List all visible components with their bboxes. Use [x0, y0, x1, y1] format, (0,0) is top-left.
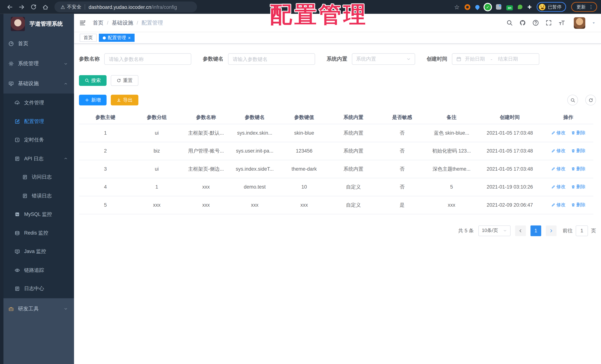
sidebar-item[interactable]: 配置管理: [0, 112, 74, 131]
address-bar[interactable]: ⚠ 不安全 dashboard.yudao.iocoder.cn/infra/c…: [54, 1, 197, 12]
search-icon[interactable]: [506, 20, 513, 26]
delete-link[interactable]: 删除: [571, 202, 585, 208]
sidebar-item[interactable]: Java 监控: [0, 242, 74, 261]
param-name-input[interactable]: [104, 53, 191, 65]
sidebar-item[interactable]: 错误日志: [0, 187, 74, 205]
column-header: 备注: [427, 111, 476, 124]
add-button[interactable]: 新增: [79, 95, 107, 105]
paused-badge[interactable]: 已暂停: [537, 2, 566, 12]
table-cell: 2021-02-09 20:06:47: [476, 196, 543, 214]
table-cell: 123456: [279, 142, 329, 160]
page-number-button[interactable]: 1: [531, 225, 541, 236]
browser-reload-button[interactable]: [30, 4, 37, 10]
column-header: 创建时间: [476, 111, 543, 124]
collapse-sidebar-icon[interactable]: [80, 20, 86, 26]
config-table: 参数主键参数分组参数名称参数键名参数键值系统内置是否敏感备注创建时间操作 1ui…: [79, 111, 593, 214]
pencil-icon: [551, 203, 555, 207]
edit-link[interactable]: 修改: [551, 202, 566, 208]
extension-sprout-icon[interactable]: [518, 5, 522, 9]
gear-icon: [9, 61, 14, 66]
sidebar-menu: 首页系统管理基础设施文件管理配置管理定时任务API 日志访问日志错误日志MySQ…: [0, 34, 74, 298]
delete-link[interactable]: 删除: [571, 166, 585, 172]
delete-link[interactable]: 删除: [571, 130, 585, 136]
goto-page-input[interactable]: 1: [576, 225, 588, 236]
sidebar-item[interactable]: 基础设施: [0, 74, 74, 94]
sidebar-item[interactable]: 研发工具: [0, 298, 74, 320]
goto-label: 前往: [563, 227, 572, 234]
extension-grid-icon[interactable]: [496, 4, 501, 10]
edit-link[interactable]: 修改: [551, 166, 566, 172]
sidebar-item[interactable]: 首页: [0, 34, 74, 54]
table-cell: 2: [79, 142, 132, 160]
breadcrumb: 首页 / 基础设施 / 配置管理: [93, 19, 163, 26]
table-cell: 否: [378, 124, 427, 142]
caret-down-icon[interactable]: [592, 21, 596, 25]
eye-icon: [15, 267, 20, 273]
help-icon[interactable]: [532, 20, 539, 26]
tag-home[interactable]: 首页: [80, 34, 97, 42]
edit-link[interactable]: 修改: [551, 148, 566, 154]
breadcrumb-item[interactable]: 首页: [93, 19, 103, 26]
delete-link[interactable]: 删除: [571, 183, 585, 190]
font-size-icon[interactable]: [559, 20, 565, 26]
sidebar-item[interactable]: 文件管理: [0, 94, 74, 112]
top-navbar: 首页 / 基础设施 / 配置管理: [74, 14, 601, 32]
sidebar-item-label: 配置管理: [24, 118, 44, 125]
refresh-table-button[interactable]: [585, 95, 596, 105]
param-key-input[interactable]: [228, 53, 315, 65]
browser-toolbar-right: ☆ ✓ on ✚ 已暂停 更新 ⋮: [454, 2, 597, 12]
export-button[interactable]: 导出: [111, 95, 138, 105]
page-size-select[interactable]: 10条/页: [478, 225, 511, 236]
column-header: 参数键名: [230, 111, 279, 124]
sidebar-item[interactable]: 访问日志: [0, 168, 74, 187]
table-cell: 2021-01-05 17:03:48: [476, 124, 543, 142]
param-name-label: 参数名称: [79, 56, 100, 62]
divider: [85, 4, 85, 10]
dashboard-icon: [9, 41, 14, 46]
sidebar-item[interactable]: 链路追踪: [0, 261, 74, 280]
browser-back-button[interactable]: [6, 4, 13, 10]
sidebar-item[interactable]: 日志中心: [0, 279, 74, 298]
update-button[interactable]: 更新 ⋮: [571, 2, 597, 12]
next-page-button[interactable]: [546, 225, 557, 236]
sidebar-item[interactable]: Redis 监控: [0, 224, 74, 242]
user-avatar[interactable]: [574, 17, 585, 29]
github-icon[interactable]: [519, 20, 526, 26]
pencil-icon: [551, 131, 555, 135]
close-icon[interactable]: ×: [128, 35, 131, 40]
browser-home-button[interactable]: [42, 4, 49, 10]
sidebar-item[interactable]: 定时任务: [0, 131, 74, 149]
breadcrumb-item[interactable]: 基础设施: [112, 19, 133, 26]
toggle-search-button[interactable]: [567, 95, 578, 105]
delete-link[interactable]: 删除: [571, 148, 585, 154]
fullscreen-icon[interactable]: [545, 20, 552, 26]
column-header: 参数分组: [132, 111, 182, 124]
warning-icon: ⚠: [60, 4, 65, 10]
extension-on-icon[interactable]: on: [506, 4, 513, 10]
search-button[interactable]: 搜索: [79, 75, 107, 86]
bookmark-star-icon[interactable]: ☆: [454, 3, 460, 10]
menu-dots-icon[interactable]: ⋮: [589, 4, 593, 10]
browser-forward-button[interactable]: [19, 4, 25, 10]
create-time-range-picker[interactable]: 开始日期 - 结束日期: [452, 53, 539, 65]
extension-pin-icon[interactable]: [475, 5, 480, 9]
redis-icon: [15, 230, 20, 236]
edit-link[interactable]: 修改: [551, 130, 566, 136]
table-cell: 否: [378, 142, 427, 160]
table-cell: 2021-01-05 17:03:48: [476, 142, 543, 160]
built-in-select[interactable]: 系统内置: [352, 53, 415, 65]
extension-orange-icon[interactable]: [465, 4, 470, 10]
sidebar-item[interactable]: 系统管理: [0, 54, 74, 74]
table-cell: sys.index.sideT...: [230, 160, 279, 178]
sidebar-item-label: 系统管理: [18, 60, 39, 67]
extensions-puzzle-icon[interactable]: ✚: [528, 4, 532, 10]
extension-green-icon[interactable]: ✓: [484, 4, 491, 10]
reset-button[interactable]: 重置: [111, 75, 138, 86]
sidebar-item[interactable]: API 日志: [0, 149, 74, 168]
app-logo-row[interactable]: 芋道管理系统: [0, 14, 74, 34]
tag-config-active[interactable]: 配置管理 ×: [99, 34, 135, 42]
chevron-down-icon: [406, 57, 411, 61]
sidebar-item[interactable]: MySQL 监控: [0, 205, 74, 224]
edit-link[interactable]: 修改: [551, 183, 566, 190]
prev-page-button[interactable]: [515, 225, 526, 236]
